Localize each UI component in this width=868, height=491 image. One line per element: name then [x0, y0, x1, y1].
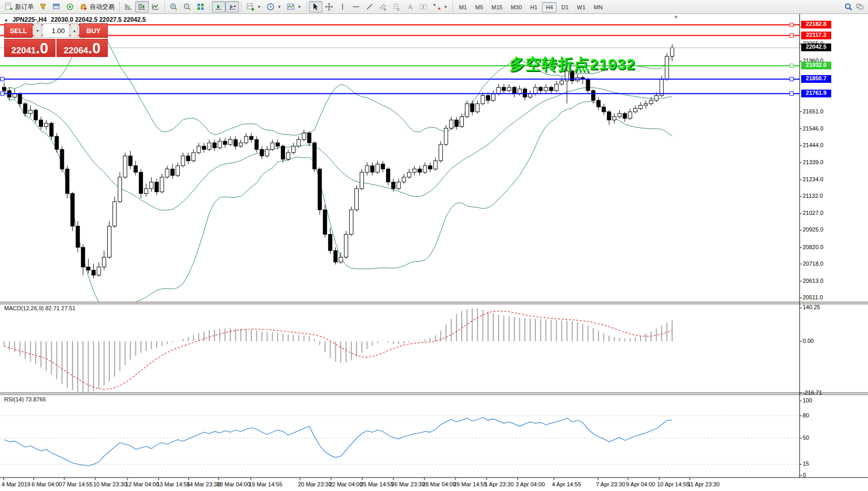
- toolbar-separator: [209, 2, 210, 12]
- auto-scroll-icon: [215, 3, 223, 11]
- trendline-button[interactable]: [363, 1, 376, 12]
- volume-decrease-button[interactable]: ▼: [34, 23, 41, 38]
- text-icon: A: [406, 3, 414, 11]
- signals-button[interactable]: [63, 1, 77, 12]
- sell-button[interactable]: SELL: [4, 23, 33, 38]
- auto-trading-label: 自动交易: [90, 3, 115, 11]
- fibonacci-icon: F: [392, 3, 401, 11]
- zoom-in-button[interactable]: [167, 1, 180, 12]
- sell-price-display[interactable]: 22041.0: [4, 39, 55, 57]
- rsi-line: [4, 417, 672, 466]
- chart-shift-icon: [228, 3, 236, 11]
- svg-text:E: E: [384, 8, 386, 11]
- auto-trading-button[interactable]: 自动交易: [77, 1, 117, 12]
- vertical-line-icon: [338, 3, 347, 11]
- hline-handle[interactable]: [1, 77, 4, 81]
- chart-candles-button[interactable]: [135, 1, 149, 12]
- timeframe-M1[interactable]: M1: [456, 2, 471, 12]
- chat-icon[interactable]: [856, 3, 864, 11]
- mt4-window: 新订单 自动交易: [0, 0, 868, 491]
- toolbar-separator: [306, 2, 307, 12]
- crosshair-button[interactable]: [322, 1, 336, 12]
- buy-button[interactable]: BUY: [79, 23, 108, 38]
- zoom-out-icon: [183, 3, 191, 11]
- search-icon[interactable]: [844, 3, 852, 11]
- crosshair-icon: [325, 3, 333, 11]
- timeframe-toolbar: M1M5M15M30H1H4D1W1MN: [455, 2, 607, 11]
- sell-price-main: 22041: [11, 43, 36, 59]
- chart-canvas[interactable]: [0, 14, 868, 491]
- volume-input[interactable]: [43, 24, 69, 37]
- line-chart-icon: [151, 3, 160, 11]
- arrows-button[interactable]: ▼: [430, 1, 450, 12]
- panel-separator[interactable]: [0, 302, 868, 304]
- symbols-icon: [39, 3, 47, 11]
- timeframe-MN[interactable]: MN: [590, 2, 606, 12]
- new-order-label: 新订单: [15, 3, 34, 11]
- hline-handle[interactable]: [790, 64, 793, 68]
- timeframe-H1[interactable]: H1: [527, 2, 541, 12]
- svg-text:F: F: [397, 8, 400, 11]
- chart-line-button[interactable]: [149, 1, 162, 12]
- dropdown-caret-icon: ▼: [297, 5, 302, 9]
- buy-price-display[interactable]: 22064.0: [56, 39, 108, 57]
- tile-windows-icon: [196, 3, 205, 11]
- chart-area[interactable]: 22170.022065.021960.021651.021546.021444…: [0, 14, 868, 491]
- buy-price-main: 22064: [64, 43, 88, 59]
- timeframe-H4[interactable]: H4: [542, 2, 557, 12]
- dropdown-caret-icon: ▼: [257, 5, 261, 9]
- hline-handle[interactable]: [790, 34, 793, 37]
- charts-window-icon: [52, 3, 61, 11]
- new-order-icon: [5, 3, 13, 11]
- svg-text:T: T: [422, 5, 425, 10]
- clock-icon: [266, 3, 275, 11]
- charts-window-button[interactable]: [50, 1, 63, 12]
- periods-button[interactable]: ▼: [264, 1, 284, 12]
- volume-increase-button[interactable]: ▲: [70, 23, 78, 38]
- vertical-line-button[interactable]: [336, 1, 349, 12]
- channel-button[interactable]: E: [376, 1, 390, 12]
- volume-field-wrap: [42, 23, 69, 38]
- hline-handle[interactable]: [790, 23, 793, 26]
- timeframe-M30[interactable]: M30: [507, 2, 525, 12]
- cursor-icon: [311, 3, 320, 11]
- indicators-icon: [246, 3, 254, 11]
- template-icon: [287, 3, 295, 11]
- templates-button[interactable]: ▼: [284, 1, 304, 12]
- chart-text-annotation[interactable]: 多空转折点21932: [509, 54, 635, 75]
- new-order-button[interactable]: 新订单: [2, 1, 36, 12]
- panel-separator[interactable]: [0, 393, 868, 395]
- timeframe-M15[interactable]: M15: [488, 2, 506, 12]
- auto-scroll-button[interactable]: [212, 1, 225, 12]
- timeframe-D1[interactable]: D1: [558, 2, 572, 12]
- zoom-in-icon: [169, 3, 178, 11]
- sell-price-frac: .0: [36, 40, 48, 56]
- indicators-button[interactable]: ▼: [244, 1, 264, 12]
- toolbar-separator: [452, 2, 453, 12]
- chart-bars-button[interactable]: [122, 1, 135, 12]
- bar-chart-icon: [124, 3, 133, 11]
- hline-handle[interactable]: [790, 77, 793, 81]
- fibonacci-button[interactable]: F: [390, 1, 403, 12]
- tile-windows-button[interactable]: [194, 1, 207, 12]
- zoom-out-button[interactable]: [180, 1, 194, 12]
- hline-handle[interactable]: [1, 92, 4, 95]
- horizontal-line-button[interactable]: [349, 1, 363, 12]
- text-button[interactable]: A: [403, 1, 417, 12]
- timeframe-W1[interactable]: W1: [573, 2, 589, 12]
- timeframe-M5[interactable]: M5: [472, 2, 487, 12]
- macd-histogram-layer: [4, 308, 672, 393]
- macd-label: MACD(12,26,9) 82.71 27.51: [4, 305, 76, 311]
- text-label-button[interactable]: T: [417, 1, 430, 12]
- cursor-button[interactable]: [309, 1, 322, 12]
- symbols-button[interactable]: [36, 1, 50, 12]
- horizontal-line-icon: [352, 3, 360, 11]
- toolbar-separator: [241, 2, 241, 12]
- dropdown-caret-icon: ▼: [444, 5, 448, 9]
- hline-handle[interactable]: [790, 92, 793, 95]
- toolbar: 新订单 自动交易: [0, 0, 868, 14]
- toolbar-separator: [164, 2, 165, 12]
- chart-shift-button[interactable]: [225, 1, 239, 12]
- trendline-icon: [365, 3, 374, 11]
- one-click-trading-panel: SELL ▼ ▲ BUY 22041.0 22064.0: [4, 23, 108, 57]
